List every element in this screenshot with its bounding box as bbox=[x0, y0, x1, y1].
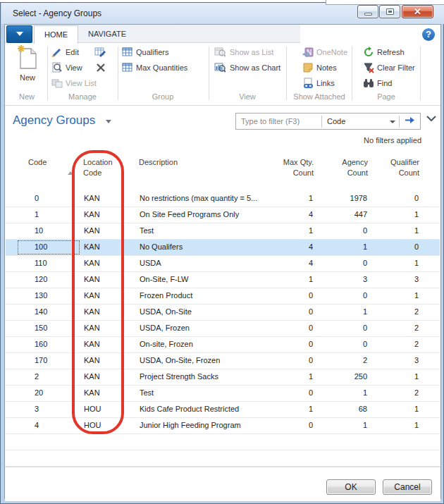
cell-max_qty: 0 bbox=[309, 291, 313, 300]
edit-list-button[interactable] bbox=[94, 47, 109, 59]
page-title: Agency Groups bbox=[13, 113, 95, 128]
group-separator bbox=[209, 47, 209, 100]
maximize-button[interactable] bbox=[379, 5, 400, 18]
cell-description: Kids Cafe Product Restricted bbox=[140, 405, 239, 413]
cell-max_qty: 0 bbox=[309, 356, 313, 364]
table-row[interactable]: 130KANFrozen Product001 bbox=[6, 288, 440, 305]
filter-box: Type to filter (F3) Code bbox=[235, 113, 421, 130]
focused-cell-outline bbox=[18, 240, 80, 254]
ribbon: New New Edit View bbox=[5, 44, 440, 106]
cell-code: 140 bbox=[35, 307, 47, 316]
cell-max_qty: 0 bbox=[309, 307, 313, 316]
filter-input[interactable]: Type to filter (F3) bbox=[241, 117, 300, 125]
refresh-icon bbox=[363, 47, 374, 58]
help-button[interactable]: ? bbox=[422, 28, 435, 41]
cell-description: USDA, On-Site bbox=[140, 307, 192, 316]
table-row[interactable]: 1KANOn Site Feed Programs Only44471 bbox=[6, 207, 440, 223]
ribbon-group-manage: Manage bbox=[50, 92, 115, 101]
cell-qualifier: 1 bbox=[414, 210, 419, 219]
cell-qualifier: 3 bbox=[414, 356, 419, 364]
cell-code: 150 bbox=[35, 324, 47, 332]
ribbon-group-view: View bbox=[212, 92, 283, 101]
tab-home[interactable]: HOME bbox=[34, 25, 78, 44]
column-header-qualifier2[interactable]: Count bbox=[399, 168, 419, 177]
minimize-button[interactable] bbox=[357, 5, 378, 18]
cell-qualifier: 1 bbox=[414, 421, 419, 429]
cell-qualifier: 2 bbox=[414, 388, 419, 397]
tab-navigate[interactable]: NAVIGATE bbox=[78, 25, 136, 44]
close-button[interactable]: ✕ bbox=[402, 5, 433, 18]
cell-qualifier: 2 bbox=[414, 324, 419, 332]
cell-qualifier: 1 bbox=[414, 405, 419, 413]
cell-qualifier: 0 bbox=[414, 194, 419, 202]
column-header-max-qty[interactable]: Max Qty. bbox=[283, 158, 314, 166]
filter-column-select[interactable]: Code bbox=[327, 117, 345, 125]
column-header-max-qty2[interactable]: Count bbox=[293, 168, 314, 177]
column-header-code[interactable]: Code bbox=[28, 158, 47, 166]
column-header-agency2[interactable]: Count bbox=[347, 168, 368, 177]
ok-button[interactable]: OK bbox=[326, 479, 376, 495]
table-row[interactable]: 4HOUJunior High Feeding Program011 bbox=[6, 418, 440, 434]
show-as-list-icon bbox=[214, 47, 226, 58]
chevron-down-icon[interactable] bbox=[106, 120, 111, 123]
cell-code: 170 bbox=[35, 356, 47, 364]
cell-code: 160 bbox=[35, 340, 47, 348]
pencil-icon bbox=[51, 47, 63, 58]
new-button[interactable]: New bbox=[11, 45, 44, 90]
cell-description: No restrictions (max quantity = 5... bbox=[140, 194, 257, 202]
cell-code: 2 bbox=[35, 372, 39, 381]
table-row[interactable]: 20KANTest012 bbox=[6, 386, 440, 402]
cell-agency: 1 bbox=[363, 421, 367, 429]
table-row[interactable]: 120KANOn-Site, F-LW133 bbox=[6, 272, 440, 288]
cell-code: 130 bbox=[35, 291, 47, 300]
ribbon-group-group: Group bbox=[121, 92, 205, 101]
show-as-chart-icon bbox=[214, 62, 226, 73]
table-row[interactable]: 2KANProject Strength Sacks12501 bbox=[6, 369, 440, 386]
cell-agency: 0 bbox=[363, 324, 367, 332]
table-row[interactable]: 10KANTest101 bbox=[6, 223, 440, 240]
table-row[interactable]: 160KANOn-site, Frozen002 bbox=[6, 337, 440, 353]
cell-agency: 0 bbox=[363, 340, 367, 348]
cancel-button[interactable]: Cancel bbox=[383, 479, 432, 495]
background-window-edge bbox=[326, 0, 444, 5]
table-row[interactable]: 170KANUSDA, On-Site, Frozen023 bbox=[6, 353, 440, 369]
cell-max_qty: 1 bbox=[309, 275, 313, 283]
column-header-qualifier[interactable]: Qualifier bbox=[390, 158, 419, 166]
cell-description: Project Strength Sacks bbox=[140, 372, 218, 381]
cell-agency: 0 bbox=[363, 291, 367, 300]
cell-max_qty: 0 bbox=[309, 388, 313, 397]
application-menu-button[interactable] bbox=[6, 25, 32, 43]
maximize-icon bbox=[386, 8, 394, 15]
column-header-agency[interactable]: Agency bbox=[342, 158, 368, 166]
cell-code: 3 bbox=[35, 405, 39, 413]
cell-max_qty: 4 bbox=[309, 242, 313, 251]
window: Select - Agency Groups ✕ HOME NAVIGATE ? bbox=[0, 2, 444, 504]
window-title: Select - Agency Groups bbox=[13, 8, 101, 18]
table-row[interactable]: 0KANNo restrictions (max quantity = 5...… bbox=[6, 191, 440, 207]
cell-code: 0 bbox=[35, 194, 39, 202]
delete-button[interactable] bbox=[95, 62, 109, 75]
table-row[interactable]: 150KANUSDA, Frozen002 bbox=[6, 321, 440, 337]
table-row[interactable]: 3HOUKids Cafe Product Restricted1681 bbox=[6, 402, 440, 418]
minimize-icon bbox=[364, 13, 372, 16]
cell-max_qty: 0 bbox=[309, 421, 313, 429]
cell-qualifier: 0 bbox=[414, 242, 419, 251]
collapse-chevron-icon[interactable] bbox=[426, 113, 436, 124]
title-bar: Select - Agency Groups ✕ bbox=[1, 3, 444, 24]
cell-description: On-site, Frozen bbox=[140, 340, 193, 348]
column-header-description[interactable]: Description bbox=[139, 158, 178, 166]
chevron-down-icon[interactable] bbox=[390, 121, 395, 123]
table-row[interactable]: 100KANNo Qualifers410 bbox=[6, 240, 440, 256]
cell-agency: 1 bbox=[363, 242, 367, 251]
apply-filter-arrow-icon[interactable] bbox=[405, 116, 415, 126]
cell-agency: 447 bbox=[354, 210, 367, 219]
cell-max_qty: 1 bbox=[309, 226, 313, 235]
new-document-icon bbox=[18, 45, 39, 70]
cell-code: 1 bbox=[35, 210, 39, 219]
table-row[interactable]: 140KANUSDA, On-Site012 bbox=[6, 305, 440, 321]
binoculars-icon bbox=[363, 78, 374, 89]
cell-agency: 2 bbox=[363, 356, 367, 364]
table-row[interactable]: 110KANUSDA401 bbox=[6, 256, 440, 272]
view-list-icon bbox=[51, 78, 63, 89]
window-content: HOME NAVIGATE ? New New bbox=[4, 24, 441, 499]
